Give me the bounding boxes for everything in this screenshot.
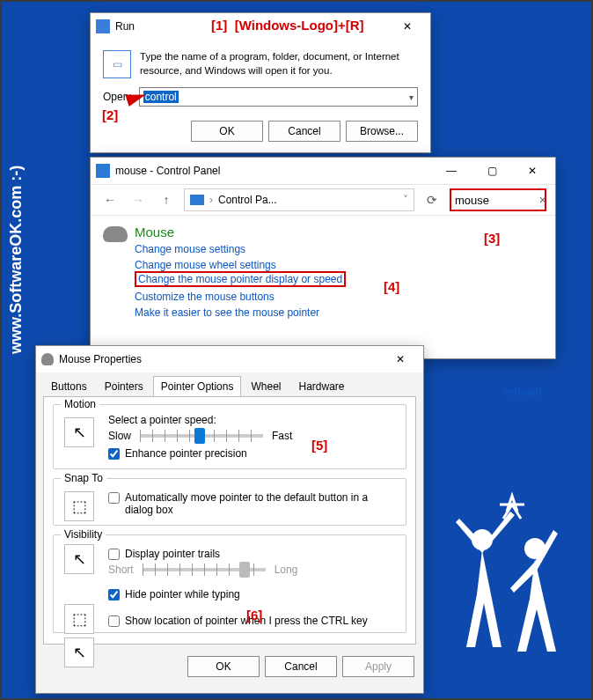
chevron-down-icon[interactable]: ˅ — [403, 194, 408, 206]
slow-label: Slow — [108, 430, 131, 442]
run-dialog: Run ✕ ▭ Type the name of a program, fold… — [90, 12, 431, 153]
group-motion: Motion ↖ Select a pointer speed: Slow Fa… — [53, 404, 406, 469]
tab-pointers[interactable]: Pointers — [97, 376, 151, 397]
ok-button[interactable]: OK — [187, 656, 260, 677]
trail-length-slider — [143, 568, 266, 571]
open-value: control — [143, 91, 179, 103]
group-snapto: Snap To ⬚ Automatically move pointer to … — [53, 478, 406, 526]
ok-button[interactable]: OK — [191, 121, 263, 142]
cp-titlebar[interactable]: mouse - Control Panel ― ▢ ✕ — [91, 158, 555, 184]
mouse-device-icon — [103, 226, 128, 242]
group-snapto-title: Snap To — [61, 472, 106, 484]
run-app-icon — [96, 19, 110, 33]
cp-result-heading[interactable]: Mouse — [135, 225, 541, 239]
hide-while-typing-checkbox[interactable]: Hide pointer while typing — [108, 588, 397, 601]
pointer-speed-label: Select a pointer speed: — [108, 414, 397, 426]
run-titlebar[interactable]: Run ✕ — [91, 13, 430, 40]
mp-tabstrip: Buttons Pointers Pointer Options Wheel H… — [36, 372, 423, 397]
ctrl-locate-checkbox[interactable]: Show location of pointer when I press th… — [108, 615, 397, 627]
snap-to-checkbox[interactable]: Automatically move pointer to the defaul… — [108, 491, 397, 516]
cp-link-wheel[interactable]: Change mouse wheel settings — [135, 259, 541, 271]
snap-to-icon: ⬚ — [64, 491, 94, 521]
tab-pointer-options[interactable]: Pointer Options — [153, 376, 242, 397]
cancel-button[interactable]: Cancel — [268, 121, 340, 142]
refresh-icon[interactable]: ⟳ — [421, 189, 443, 210]
cp-link-buttons[interactable]: Customize the mouse buttons — [135, 291, 541, 303]
pointer-speed-slider[interactable] — [140, 434, 263, 438]
address-bar[interactable]: › Control Pa... ˅ — [184, 188, 414, 211]
tab-buttons[interactable]: Buttons — [43, 376, 95, 397]
browse-button[interactable]: Browse... — [346, 121, 418, 142]
mouse-properties-dialog: Mouse Properties ✕ Buttons Pointers Poin… — [35, 345, 424, 694]
mp-title: Mouse Properties — [59, 353, 377, 365]
apply-button[interactable]: Apply — [342, 656, 414, 677]
trails-icon: ↖ — [64, 544, 94, 574]
pointer-speed-icon: ↖ — [64, 417, 94, 447]
cp-root-icon — [190, 195, 204, 205]
cp-link-settings[interactable]: Change mouse settings — [135, 243, 541, 255]
cp-link-visibility[interactable]: Make it easier to see the mouse pointer — [135, 306, 541, 319]
ctrl-locate-icon: ↖ — [64, 637, 94, 667]
cp-app-icon — [96, 164, 110, 178]
close-icon[interactable]: ✕ — [390, 14, 425, 39]
hide-typing-icon: ⬚ — [64, 604, 94, 634]
group-visibility-title: Visibility — [61, 528, 106, 541]
nav-back-icon[interactable]: ← — [99, 189, 121, 210]
nav-forward-icon[interactable]: → — [128, 189, 149, 210]
mp-titlebar[interactable]: Mouse Properties ✕ — [36, 346, 423, 372]
brand-vertical-text: www.SoftwareOK.com :-) — [7, 166, 26, 354]
close-icon[interactable]: ✕ — [515, 158, 550, 183]
pointer-trails-checkbox[interactable]: Display pointer trails — [108, 548, 397, 560]
run-hero-icon: ▭ — [103, 50, 131, 78]
control-panel-window: mouse - Control Panel ― ▢ ✕ ← → ↑ › Cont… — [90, 157, 556, 359]
short-label: Short — [108, 564, 134, 576]
nav-up-icon[interactable]: ↑ — [156, 189, 177, 210]
cp-link-pointer-display[interactable]: Change the mouse pointer display or spee… — [138, 273, 342, 285]
svg-point-1 — [524, 538, 545, 559]
enhance-precision-checkbox[interactable]: Enhance pointer precision — [108, 447, 397, 460]
long-label: Long — [275, 564, 298, 576]
cp-link-keyboard-fragment[interactable]: eyboard — [503, 386, 541, 398]
chevron-down-icon[interactable]: ▾ — [409, 92, 414, 102]
run-description: Type the name of a program, folder, docu… — [140, 50, 418, 78]
svg-point-0 — [472, 529, 493, 550]
group-visibility: Visibility ↖ Display pointer trails Shor… — [53, 534, 406, 633]
breadcrumb-sep: › — [209, 194, 213, 206]
open-combobox[interactable]: control ▾ — [139, 87, 418, 107]
tab-hardware[interactable]: Hardware — [290, 376, 352, 397]
cp-search-input[interactable]: mouse — [450, 188, 546, 211]
close-icon[interactable]: ✕ — [383, 347, 418, 372]
run-title: Run — [115, 20, 384, 33]
breadcrumb-item[interactable]: Control Pa... — [218, 194, 277, 206]
mouse-icon — [41, 353, 54, 365]
people-silhouette-icon — [438, 487, 579, 681]
clear-icon[interactable]: × — [539, 193, 546, 207]
cp-title: mouse - Control Panel — [115, 165, 428, 177]
cancel-button[interactable]: Cancel — [265, 656, 337, 677]
tab-wheel[interactable]: Wheel — [243, 376, 289, 397]
maximize-icon[interactable]: ▢ — [474, 158, 509, 183]
fast-label: Fast — [272, 430, 292, 442]
minimize-icon[interactable]: ― — [434, 158, 469, 183]
group-motion-title: Motion — [61, 398, 99, 410]
